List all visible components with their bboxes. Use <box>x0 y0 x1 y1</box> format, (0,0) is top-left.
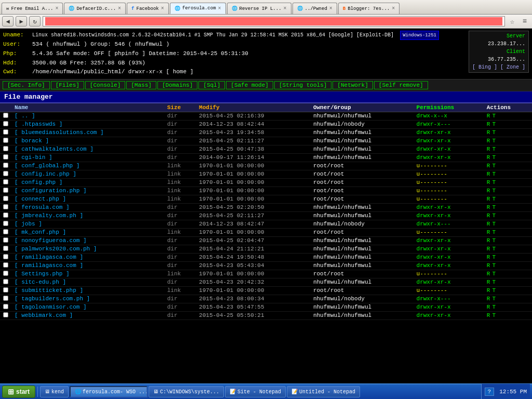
file-name[interactable]: [ Settings.php ] <box>15 271 70 277</box>
tab-ferosula[interactable]: 🌐 ferosula.com × <box>170 3 226 14</box>
file-checkbox[interactable] <box>3 138 8 143</box>
file-checkbox[interactable] <box>3 229 8 234</box>
action-r-button[interactable]: R <box>487 254 490 260</box>
table-row[interactable]: [ webbimark.com ]dir2015-04-25 05:50:21n… <box>0 311 532 320</box>
table-row[interactable]: [ palmworks2020.com.ph ]dir2015-04-24 21… <box>0 245 532 253</box>
file-actions[interactable]: RT <box>484 211 532 220</box>
menu-domains[interactable]: [Domains] <box>157 81 197 89</box>
file-actions[interactable]: RT <box>484 153 532 162</box>
file-actions[interactable]: RT <box>484 303 532 311</box>
file-checkbox[interactable] <box>3 146 8 151</box>
action-t-button[interactable]: T <box>492 138 496 144</box>
file-checkbox[interactable] <box>3 179 8 184</box>
file-actions[interactable]: RT <box>484 128 532 137</box>
action-t-button[interactable]: T <box>492 163 496 169</box>
file-actions[interactable]: RT <box>484 278 532 286</box>
action-t-button[interactable]: T <box>492 287 496 294</box>
file-checkbox[interactable] <box>3 271 8 276</box>
file-name[interactable]: [ ramillagasco.com ] <box>15 262 83 269</box>
action-r-button[interactable]: R <box>487 296 490 302</box>
address-bar[interactable] <box>43 16 505 26</box>
action-t-button[interactable]: T <box>492 204 496 210</box>
action-t-button[interactable]: T <box>492 279 496 285</box>
action-t-button[interactable]: T <box>492 154 496 161</box>
file-checkbox[interactable] <box>3 237 8 243</box>
file-actions[interactable]: RT <box>484 270 532 278</box>
file-name[interactable]: [ palmworks2020.com.ph ] <box>15 246 97 252</box>
file-checkbox[interactable] <box>3 304 8 309</box>
table-row[interactable]: [ conf_global.php ]link1970-01-01 00:00:… <box>0 162 532 170</box>
file-actions[interactable]: RT <box>484 145 532 153</box>
file-actions[interactable]: RT <box>484 178 532 187</box>
tab-close-6[interactable]: × <box>329 6 332 11</box>
file-checkbox[interactable] <box>3 129 8 135</box>
file-name[interactable]: [ cathwalktalents.com ] <box>15 146 94 152</box>
task-kend[interactable]: 🖥 kend <box>40 386 69 397</box>
file-name[interactable]: [ webbimark.com ] <box>15 312 73 318</box>
tab-pwned[interactable]: 🌐 ../Pwned × <box>292 3 337 14</box>
file-checkbox[interactable] <box>3 312 8 317</box>
file-actions[interactable]: RT <box>484 203 532 211</box>
action-t-button[interactable]: T <box>492 221 496 227</box>
file-name[interactable]: [ conf_global.php ] <box>15 163 79 169</box>
action-t-button[interactable]: T <box>492 212 496 219</box>
table-row[interactable]: [ Settings.php ]link1970-01-01 00:00:00r… <box>0 270 532 278</box>
file-checkbox[interactable] <box>3 279 8 284</box>
table-row[interactable]: [ sitc-edu.ph ]dir2015-04-23 20:42:32nhu… <box>0 278 532 286</box>
action-t-button[interactable]: T <box>492 146 496 152</box>
back-button[interactable]: ◀ <box>2 16 14 26</box>
action-t-button[interactable]: T <box>492 129 496 136</box>
help-icon[interactable]: ? <box>485 388 495 396</box>
file-actions[interactable]: RT <box>484 220 532 228</box>
file-actions[interactable]: RT <box>484 120 532 128</box>
action-r-button[interactable]: R <box>487 312 490 318</box>
file-name[interactable]: [ ramillagasca.com ] <box>15 254 83 260</box>
file-name[interactable]: [ sitc-edu.ph ] <box>15 279 66 285</box>
tab-free-email[interactable]: ✉ Free Email A... × <box>2 3 63 14</box>
action-r-button[interactable]: R <box>487 113 490 119</box>
file-actions[interactable]: RT <box>484 261 532 270</box>
menu-console[interactable]: [Console] <box>85 81 125 89</box>
task-ferosula[interactable]: 🌐 ferosula.com- WSO ... <box>70 386 148 397</box>
table-row[interactable]: [ jmbrealty.com.ph ]dir2015-04-25 02:11:… <box>0 211 532 220</box>
file-name[interactable]: [ cgi-bin ] <box>15 154 52 161</box>
col-name[interactable]: Name <box>11 103 164 112</box>
file-actions[interactable]: RT <box>484 195 532 203</box>
action-r-button[interactable]: R <box>487 129 490 136</box>
file-name[interactable]: [ config.inc.php ] <box>15 171 76 177</box>
action-r-button[interactable]: R <box>487 287 490 294</box>
tab-reverse-ip[interactable]: 🌐 Reverse IP L... × <box>227 3 291 14</box>
file-checkbox[interactable] <box>3 254 8 259</box>
menu-files[interactable]: [Files] <box>51 81 84 89</box>
file-checkbox[interactable] <box>3 154 8 159</box>
menu-self-remove[interactable]: [Self remove] <box>374 81 428 89</box>
file-checkbox[interactable] <box>3 196 8 201</box>
file-name[interactable]: [ jobs ] <box>15 221 42 227</box>
file-actions[interactable]: RT <box>484 253 532 261</box>
table-row[interactable]: [ jobs ]dir2014-12-23 08:42:47nhufmwul/n… <box>0 220 532 228</box>
file-name[interactable]: [ submitticket.php ] <box>15 287 83 294</box>
file-name[interactable]: [ .htpasswds ] <box>15 121 62 127</box>
table-row[interactable]: [ configuration.php ]link1970-01-01 00:0… <box>0 187 532 195</box>
file-checkbox[interactable] <box>3 121 8 126</box>
action-t-button[interactable]: T <box>492 271 496 277</box>
file-checkbox[interactable] <box>3 113 8 118</box>
file-actions[interactable]: RT <box>484 137 532 145</box>
action-r-button[interactable]: R <box>487 121 490 127</box>
file-name[interactable]: [ configuration.php ] <box>15 188 87 194</box>
action-r-button[interactable]: R <box>487 262 490 269</box>
file-checkbox[interactable] <box>3 212 8 218</box>
table-row[interactable]: [ connect.php ]link1970-01-01 00:00:00ro… <box>0 195 532 203</box>
table-row[interactable]: [ config.inc.php ]link1970-01-01 00:00:0… <box>0 170 532 178</box>
forward-button[interactable]: ▶ <box>16 16 27 26</box>
file-checkbox[interactable] <box>3 163 8 168</box>
action-t-button[interactable]: T <box>492 254 496 260</box>
table-row[interactable]: [ ramillagasca.com ]dir2015-04-24 19:50:… <box>0 253 532 261</box>
table-row[interactable]: [ tagbuilders.com.ph ]dir2015-04-23 08:0… <box>0 295 532 303</box>
tab-close-5[interactable]: × <box>284 6 287 11</box>
action-r-button[interactable]: R <box>487 171 490 177</box>
table-row[interactable]: [ bluemediasolutions.com ]dir2015-04-23 … <box>0 128 532 137</box>
table-row[interactable]: [ ferosula.com ]dir2015-04-25 02:20:50nh… <box>0 203 532 211</box>
file-actions[interactable]: RT <box>484 112 532 120</box>
file-checkbox[interactable] <box>3 287 8 292</box>
